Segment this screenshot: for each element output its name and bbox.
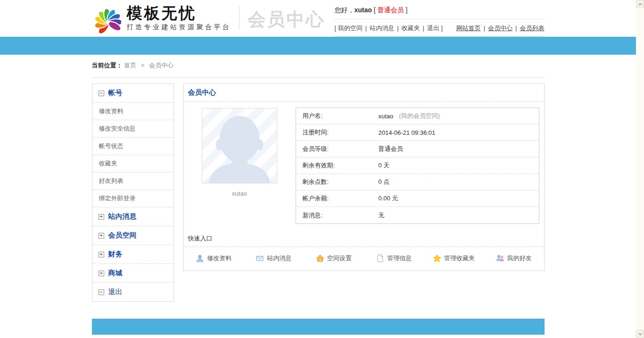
bottom-blue-band <box>92 319 545 335</box>
content: − 帐号 修改资料 修改安全信息 帐号状态 收藏夹 好友列表 绑定外部登录 + … <box>92 83 545 302</box>
greeting-prefix: 您好， <box>335 6 355 14</box>
site-logo-icon <box>92 4 121 34</box>
logo-area: 模板无忧 打造专业建站资源聚合平台 会员中心 <box>92 0 325 37</box>
quick-link-label: 我的好友 <box>507 254 532 263</box>
row-label: 剩余有效期: <box>296 161 379 170</box>
row-value: 0.00 元 <box>379 194 398 203</box>
page: 模板无忧 打造专业建站资源聚合平台 会员中心 您好，xutao [ 普通会员 ]… <box>0 0 636 338</box>
row-label: 注册时间: <box>296 128 379 137</box>
avatar-column: xutao <box>184 107 296 224</box>
scrollbar-up-button[interactable] <box>636 0 644 8</box>
nav-link-member-center[interactable]: 会员中心 <box>488 25 512 32</box>
top-blue-band <box>0 37 636 55</box>
user-link-messages[interactable]: 站内消息 <box>370 25 394 32</box>
sidebar-item-account-status[interactable]: 帐号状态 <box>92 138 173 155</box>
username: xutao <box>355 6 372 14</box>
sidebar-section-label: 会员空间 <box>108 231 137 240</box>
separator: | <box>397 25 398 32</box>
quick-link-messages[interactable]: 站内消息 <box>244 254 304 263</box>
quick-link-label: 管理信息 <box>387 254 412 263</box>
home-icon <box>316 254 324 263</box>
user-icon <box>196 254 204 263</box>
sidebar-section-label: 退出 <box>108 288 123 297</box>
breadcrumb-label: 当前位置： <box>92 62 123 69</box>
table-row: 帐户余额: 0.00 元 <box>296 190 539 207</box>
panel-title: 会员中心 <box>184 84 544 102</box>
scrollbar-down-button[interactable] <box>636 330 644 338</box>
quick-link-manage-favorites[interactable]: 管理收藏夹 <box>424 254 484 263</box>
breadcrumb-home-link[interactable]: 首页 <box>124 62 136 69</box>
quick-link-edit-profile[interactable]: 修改资料 <box>184 254 244 263</box>
chevron-down-icon <box>638 331 642 335</box>
row-label: 剩余点数: <box>296 178 379 186</box>
row-value: 2014-06-21 09:36:01 <box>379 129 436 136</box>
page-watermark: 会员中心 <box>248 6 325 32</box>
sidebar-section-logout[interactable]: − 退出 <box>92 283 173 301</box>
expand-icon[interactable]: + <box>99 271 104 276</box>
header: 模板无忧 打造专业建站资源聚合平台 会员中心 您好，xutao [ 普通会员 ]… <box>92 0 545 37</box>
header-divider <box>239 7 239 30</box>
avatar[interactable] <box>202 108 277 183</box>
avatar-username: xutao <box>184 190 296 197</box>
sidebar-item-favorites[interactable]: 收藏夹 <box>92 155 173 173</box>
separator: | <box>515 25 517 32</box>
quick-link-manage-info[interactable]: 管理信息 <box>363 254 423 263</box>
table-row: 会员等级: 普通会员 <box>296 141 539 157</box>
row-label: 帐户余额: <box>296 194 379 203</box>
quick-link-my-friends[interactable]: 我的好友 <box>484 254 544 263</box>
sidebar-section-finance[interactable]: + 财务 <box>92 245 173 264</box>
row-value: xutao <box>379 113 394 120</box>
member-level-badge[interactable]: 普通会员 <box>378 6 404 14</box>
sidebar-item-friend-list[interactable]: 好友列表 <box>92 173 173 190</box>
sidebar-section-messages[interactable]: + 站内消息 <box>92 207 173 226</box>
quick-link-space-settings[interactable]: 空间设置 <box>304 254 363 263</box>
table-row: 剩余点数: 0 点 <box>296 174 539 190</box>
scrollbar[interactable] <box>636 0 644 338</box>
greeting-row: 您好，xutao [ 普通会员 ] <box>334 5 545 19</box>
quick-entry-row: 修改资料 站内消息 空间设置 <box>184 247 544 271</box>
logo-text: 模板无忧 打造专业建站资源聚合平台 <box>127 5 231 32</box>
separator: | <box>484 25 485 32</box>
avatar-silhouette-icon <box>202 108 277 183</box>
user-link-my-space[interactable]: 我的空间 <box>338 25 363 32</box>
sidebar-section-account[interactable]: − 帐号 <box>92 84 173 103</box>
sidebar-item-edit-security[interactable]: 修改安全信息 <box>92 120 173 138</box>
sidebar-item-bind-external-login[interactable]: 绑定外部登录 <box>92 190 173 207</box>
user-link-favorites[interactable]: 收藏夹 <box>402 25 420 32</box>
quick-link-label: 修改资料 <box>207 254 231 263</box>
collapse-icon[interactable]: − <box>99 91 104 96</box>
table-row: 剩余有效期: 0 天 <box>296 157 539 174</box>
sidebar-section-mall[interactable]: + 商城 <box>92 264 173 283</box>
nav-link-home[interactable]: 网站首页 <box>456 25 481 32</box>
my-space-link[interactable]: (我的会员空间) <box>399 112 440 120</box>
breadcrumb-current: 会员中心 <box>149 62 173 69</box>
nav-link-member-list[interactable]: 会员列表 <box>520 25 545 32</box>
level-bracket-open: [ <box>374 6 376 14</box>
separator: | <box>365 25 367 32</box>
expand-icon[interactable]: + <box>99 214 104 220</box>
site-nav-links: 网站首页|会员中心|会员列表 <box>456 24 545 33</box>
sidebar-section-label: 财务 <box>108 250 123 259</box>
row-label: 新消息: <box>296 211 379 220</box>
profile-section: xutao 用户名: xutao (我的会员空间) 注册时间: 2014-06-… <box>184 102 544 224</box>
breadcrumb-separator: > <box>141 62 145 69</box>
links-bracket-open: [ <box>335 25 337 32</box>
footer: Powered by www.mb5u.com © 2002-2014 <box>0 335 636 338</box>
sidebar: − 帐号 修改资料 修改安全信息 帐号状态 收藏夹 好友列表 绑定外部登录 + … <box>92 83 174 302</box>
table-row: 注册时间: 2014-06-21 09:36:01 <box>296 124 539 141</box>
expand-icon[interactable]: + <box>99 233 104 239</box>
collapse-icon[interactable]: − <box>99 289 104 295</box>
sidebar-item-edit-profile[interactable]: 修改资料 <box>92 103 173 120</box>
user-link-logout[interactable]: 退出 <box>427 25 439 32</box>
sidebar-section-label: 帐号 <box>108 89 123 98</box>
level-bracket-close: ] <box>405 6 407 14</box>
quick-link-label: 空间设置 <box>327 254 352 263</box>
expand-icon[interactable]: + <box>99 252 104 257</box>
profile-table: 用户名: xutao (我的会员空间) 注册时间: 2014-06-21 09:… <box>296 107 539 224</box>
chevron-up-icon <box>638 3 642 7</box>
user-quick-links: [ 我的空间|站内消息|收藏夹|退出 ] <box>335 24 443 33</box>
breadcrumb: 当前位置： 首页 > 会员中心 <box>92 55 545 78</box>
quick-link-label: 站内消息 <box>267 254 291 263</box>
sidebar-section-member-space[interactable]: + 会员空间 <box>92 226 173 245</box>
row-value: 0 点 <box>379 178 390 186</box>
